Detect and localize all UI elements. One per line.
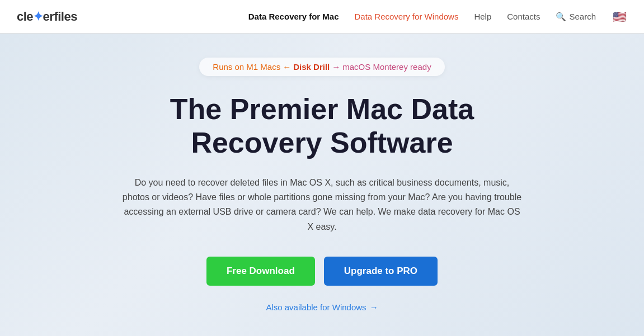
free-download-button[interactable]: Free Download (206, 257, 315, 286)
upgrade-pro-button[interactable]: Upgrade to PRO (324, 257, 438, 286)
badge-brand: Disk Drill (293, 62, 330, 72)
cta-buttons: Free Download Upgrade to PRO (206, 257, 438, 286)
search-label: Search (569, 12, 596, 21)
also-available-windows-link[interactable]: Also available for Windows → (266, 302, 378, 312)
nav-help[interactable]: Help (474, 12, 491, 21)
language-flag[interactable]: 🇺🇸 (612, 9, 627, 25)
also-available-arrow: → (370, 302, 378, 312)
logo-icon: ✦ (33, 10, 43, 23)
nav-contacts[interactable]: Contacts (507, 12, 540, 21)
badge-arrow-left: ← (283, 62, 291, 72)
badge-part2: macOS Monterey ready (342, 62, 431, 72)
hero-section: Runs on M1 Macs ← Disk Drill → macOS Mon… (0, 34, 644, 336)
badge-arrow-right: → (332, 62, 340, 72)
hero-title: The Premier Mac Data Recovery Software (149, 93, 496, 160)
logo-text: cle✦erfiles (17, 10, 77, 24)
nav-data-recovery-mac[interactable]: Data Recovery for Mac (248, 12, 339, 21)
search-button[interactable]: 🔍 Search (556, 12, 596, 22)
feature-badge: Runs on M1 Macs ← Disk Drill → macOS Mon… (199, 58, 444, 76)
hero-description: Do you need to recover deleted files in … (121, 176, 524, 235)
search-icon: 🔍 (556, 12, 566, 22)
nav-data-recovery-windows[interactable]: Data Recovery for Windows (355, 12, 459, 21)
main-nav: Data Recovery for Mac Data Recovery for … (248, 9, 627, 25)
header: cle✦erfiles Data Recovery for Mac Data R… (0, 0, 644, 34)
logo[interactable]: cle✦erfiles (17, 10, 77, 24)
badge-part1: Runs on M1 Macs (213, 62, 280, 72)
also-available-text: Also available for Windows (266, 302, 366, 312)
